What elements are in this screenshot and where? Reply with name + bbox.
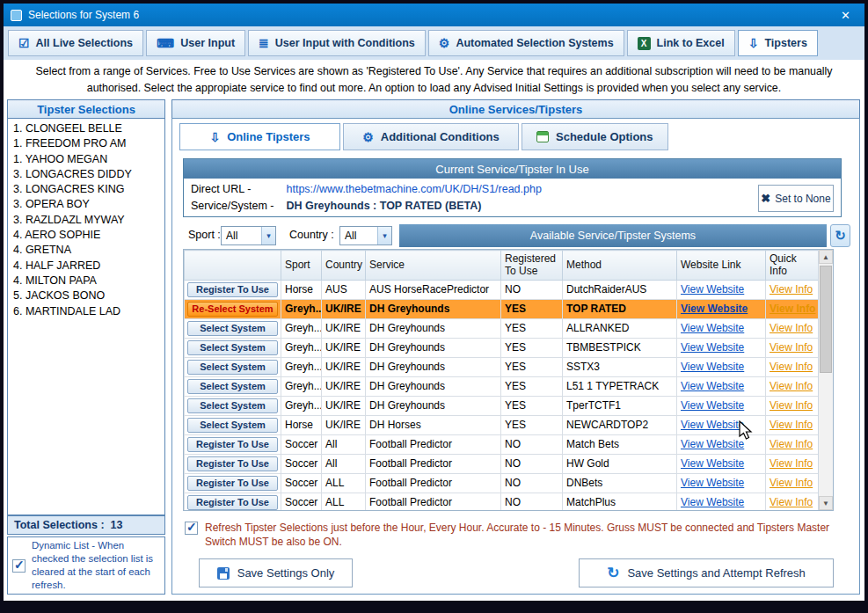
close-icon[interactable]: ✕ — [834, 9, 857, 22]
tipster-selection-list: 1. CLONGEEL BELLE1. FREEDOM PRO AM1. YAH… — [7, 119, 165, 515]
view-website-link[interactable]: View Website — [681, 438, 744, 450]
scroll-down-icon[interactable]: ▼ — [819, 496, 833, 510]
register-to-use-button[interactable]: Register To Use — [187, 456, 278, 471]
refresh-list-button[interactable]: ↻ — [830, 224, 850, 247]
register-to-use-button[interactable]: Register To Use — [187, 282, 278, 297]
checkbox-icon: ☑ — [18, 37, 30, 49]
tipster-list-item[interactable]: 4. HALF JARRED — [10, 259, 163, 274]
view-website-link[interactable]: View Website — [681, 399, 744, 412]
select-system-button[interactable]: Select System — [187, 360, 278, 375]
tipster-list-item[interactable]: 1. YAHOO MEGAN — [10, 152, 163, 167]
register-to-use-button[interactable]: Register To Use — [187, 495, 278, 510]
view-website-link[interactable]: View Website — [681, 283, 744, 296]
view-info-link[interactable]: View Info — [770, 361, 813, 373]
select-system-button[interactable]: Select System — [187, 340, 278, 355]
tab-user-input-with-conditions[interactable]: ≣ User Input with Conditions — [248, 30, 426, 56]
view-info-link[interactable]: View Info — [770, 496, 813, 508]
tab-tipsters[interactable]: ⇩ Tipsters — [738, 30, 818, 56]
tab-all-live-selections[interactable]: ☑ All Live Selections — [8, 30, 143, 56]
tipster-list-item[interactable]: 3. LONGACRES KING — [10, 182, 163, 197]
sport-filter-select[interactable]: All ▾ — [221, 226, 276, 245]
view-info-link[interactable]: View Info — [770, 457, 813, 470]
select-system-button[interactable]: Select System — [187, 321, 278, 336]
view-info-link[interactable]: View Info — [770, 322, 813, 334]
tab-user-input[interactable]: ⌨ User Input — [146, 30, 245, 56]
registered-cell: YES — [501, 338, 563, 357]
col-action — [185, 251, 281, 281]
dynamic-list-checkbox[interactable]: ✓ — [12, 559, 26, 573]
refresh-note-checkbox[interactable]: ✓ — [185, 522, 198, 535]
view-info-link[interactable]: View Info — [770, 399, 813, 412]
reselect-system-button[interactable]: Re-Select System — [187, 302, 278, 317]
country-cell: UK/IRE — [322, 357, 366, 376]
registered-cell: YES — [501, 357, 563, 376]
select-system-button[interactable]: Select System — [187, 418, 278, 433]
country-cell: UK/IRE — [322, 338, 366, 357]
select-system-button[interactable]: Select System — [187, 398, 278, 413]
registered-cell: NO — [501, 473, 563, 493]
tipster-list-item[interactable]: 4. MILTON PAPA — [10, 274, 163, 288]
tipster-list-item[interactable]: 1. CLONGEEL BELLE — [10, 121, 163, 136]
view-website-link[interactable]: View Website — [681, 457, 744, 470]
view-website-link[interactable]: View Website — [681, 496, 744, 508]
service-cell: DH Greyhounds — [366, 338, 501, 357]
service-cell: DH Horses — [366, 415, 501, 434]
service-cell: Football Predictor — [366, 493, 501, 511]
tipster-list-item[interactable]: 6. MARTINDALE LAD — [10, 304, 163, 319]
save-and-refresh-button[interactable]: ↻ Save Settings and Attempt Refresh — [579, 558, 834, 587]
view-website-link[interactable]: View Website — [681, 322, 744, 334]
col-service: Service — [366, 251, 501, 281]
registered-cell: NO — [501, 493, 563, 511]
view-website-link[interactable]: View Website — [681, 361, 744, 373]
view-info-link[interactable]: View Info — [770, 283, 813, 296]
table-scrollbar[interactable]: ▲ ▼ — [818, 250, 833, 510]
set-to-none-button[interactable]: ✖ Set to None — [758, 185, 834, 212]
col-country: Country — [322, 251, 366, 281]
info-cell: View Info — [766, 318, 819, 338]
tipster-list-item[interactable]: 3. LONGACRES DIDDY — [10, 167, 163, 182]
list-icon: ≣ — [259, 37, 269, 49]
register-to-use-button[interactable]: Register To Use — [187, 476, 278, 491]
subtab-schedule-options[interactable]: Schedule Options — [522, 123, 668, 150]
col-method: Method — [563, 251, 677, 281]
services-table: Sport Country Service Registered To Use … — [183, 249, 834, 511]
tipster-list-item[interactable]: 4. GRETNA — [10, 243, 163, 258]
tipster-list-item[interactable]: 1. FREEDOM PRO AM — [10, 136, 163, 151]
scroll-thumb[interactable] — [820, 266, 832, 373]
tab-automated-selection-systems[interactable]: ⚙ Automated Selection Systems — [428, 30, 624, 56]
sport-filter-value: All — [222, 227, 261, 244]
view-info-link[interactable]: View Info — [770, 419, 813, 431]
save-settings-only-button[interactable]: Save Settings Only — [199, 558, 353, 587]
info-cell: View Info — [766, 434, 819, 454]
view-website-link[interactable]: View Website — [681, 380, 744, 392]
country-filter-select[interactable]: All ▾ — [339, 226, 392, 245]
subtab-additional-conditions[interactable]: ⚙ Additional Conditions — [343, 123, 519, 150]
direct-url-value[interactable]: https://www.thebetmachine.com/UK/DH/S1/r… — [286, 183, 541, 195]
view-website-link[interactable]: View Website — [681, 341, 744, 354]
chevron-down-icon: ▾ — [261, 227, 275, 244]
service-row: Re-Select SystemGreyh...UK/IREDH Greyhou… — [185, 299, 819, 318]
country-filter-label: Country : — [289, 229, 334, 241]
register-to-use-button[interactable]: Register To Use — [187, 437, 278, 452]
tab-link-to-excel[interactable]: X Link to Excel — [627, 30, 735, 56]
country-cell: AUS — [322, 280, 366, 299]
country-cell: All — [322, 434, 366, 454]
view-info-link[interactable]: View Info — [770, 380, 813, 392]
view-website-link[interactable]: View Website — [681, 303, 748, 315]
tipster-list-item[interactable]: 3. OPERA BOY — [10, 197, 163, 212]
view-info-link[interactable]: View Info — [770, 477, 813, 489]
service-cell: AUS HorseRacePredictor — [366, 280, 501, 299]
tipster-list-item[interactable]: 4. AERO SOPHIE — [10, 228, 163, 243]
info-cell: View Info — [766, 454, 819, 473]
view-info-link[interactable]: View Info — [770, 341, 813, 354]
tipster-list-item[interactable]: 5. JACKOS BONO — [10, 288, 163, 303]
view-info-link[interactable]: View Info — [770, 438, 813, 450]
view-info-link[interactable]: View Info — [770, 303, 815, 315]
tipster-list-item[interactable]: 3. RAZLDAZL MYWAY — [10, 213, 163, 228]
app-icon — [11, 10, 22, 21]
subtab-online-tipsters[interactable]: ⇩ Online Tipsters — [179, 123, 340, 150]
scroll-up-icon[interactable]: ▲ — [819, 250, 833, 264]
view-website-link[interactable]: View Website — [681, 477, 744, 489]
select-system-button[interactable]: Select System — [187, 379, 278, 394]
view-website-link[interactable]: View Website — [681, 419, 744, 431]
